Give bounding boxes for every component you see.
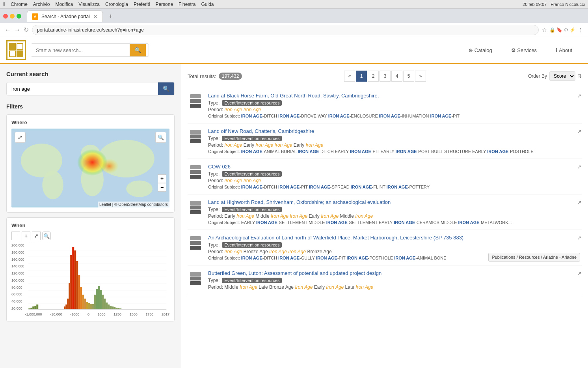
nav-catalog[interactable]: ⊕ Catalog [459,43,501,57]
result-ext-link-1[interactable]: ↗ [577,93,582,99]
menu-visualizza[interactable]: Visualizza [78,2,100,7]
result-title-3[interactable]: COW 026 [208,164,572,170]
svg-rect-47 [110,306,112,309]
nav-services[interactable]: ⚙ Services [502,43,546,57]
page-btn-5[interactable]: 5 [403,71,414,82]
page-btn-3[interactable]: 3 [380,71,391,82]
result-title-5[interactable]: An Archaeological Evaluation of Land nor… [208,235,572,241]
result-type-row-3: Type: Event/Intervention resources [208,171,572,177]
type-label-1: Type: [208,100,220,106]
forward-btn[interactable]: → [14,26,20,34]
svg-rect-20 [32,306,34,309]
tab-favicon: A [32,13,38,20]
order-by-select[interactable]: Score Date Title [549,71,575,81]
svg-rect-33 [82,295,84,309]
page-prev-btn[interactable]: « [344,71,355,82]
result-title-1[interactable]: Land at Black Horse Farm, Old Great Nort… [208,93,572,99]
menu-modifica[interactable]: Modifica [56,2,73,7]
reload-btn[interactable]: ↻ [24,26,29,34]
app-header: 🔍 ⊕ Catalog ⚙ Services ℹ About [0,37,588,64]
where-title: Where [11,120,169,125]
svg-rect-31 [78,275,80,309]
svg-rect-63 [190,136,201,138]
window-maximize-btn[interactable] [17,14,21,19]
page-next-btn[interactable]: » [415,71,426,82]
period-label-5: Period: [208,249,224,254]
header-search-btn[interactable]: 🔍 [130,44,146,56]
result-ext-link-3[interactable]: ↗ [577,164,582,170]
new-tab-btn[interactable]: + [105,11,116,22]
time-display: 20 feb 09:07 [523,2,547,7]
result-title-4[interactable]: Land at Highworth Road, Shrivenham, Oxfo… [208,199,572,205]
menu-persone[interactable]: Persone [155,2,173,7]
map-search-btn[interactable]: 🔍 [155,132,166,143]
tab-close-btn[interactable]: ✕ [93,13,98,20]
menu-guida[interactable]: Guida [201,2,214,7]
menu-cronologia[interactable]: Cronologia [105,2,128,7]
result-ext-link-5[interactable]: ↗ [577,235,582,241]
result-type-row-1: Type: Event/Intervention resources [208,100,572,106]
result-title-6[interactable]: Butterfied Green, Luton: Assessment of p… [208,270,572,276]
page-btn-1[interactable]: 1 [356,71,367,82]
window-close-btn[interactable] [3,14,8,19]
result-icon-4 [188,199,203,216]
svg-rect-75 [190,207,201,209]
histogram-svg [25,243,169,310]
svg-rect-79 [190,247,201,250]
result-ext-link-2[interactable]: ↗ [577,128,582,134]
page-btn-4[interactable]: 4 [391,71,402,82]
url-input[interactable] [32,25,539,35]
result-ext-link-4[interactable]: ↗ [577,199,582,205]
svg-rect-19 [30,308,32,309]
svg-rect-39 [94,295,96,309]
window-minimize-btn[interactable] [10,14,15,19]
svg-rect-65 [190,131,201,134]
chart-x-labels: -1,000,000 -10,000 -1000 0 1000 1250 150… [25,312,169,316]
x-label-1: -10,000 [50,312,62,316]
current-search-title: Current search [6,71,175,77]
x-label-4: 1000 [97,312,105,316]
menu-archivio[interactable]: Archivio [33,2,50,7]
svg-point-8 [100,159,119,174]
map-zoom-controls: + − [158,174,166,192]
db-icon-4 [188,199,203,216]
menu-finestra[interactable]: Finestra [179,2,195,7]
result-ext-link-6[interactable]: ↗ [577,270,582,276]
back-btn[interactable]: ← [5,26,11,34]
sort-icon[interactable]: ⇅ [578,73,582,79]
period-label-1: Period: [208,107,224,112]
when-search-btn[interactable]: 🔍 [42,232,51,240]
map-zoom-in[interactable]: + [158,174,166,183]
menu-chrome[interactable]: Chrome [11,2,28,7]
svg-rect-21 [34,306,36,309]
current-search-btn[interactable]: 🔍 [158,82,174,95]
apple-menu[interactable]:  [3,1,5,7]
app-nav: ⊕ Catalog ⚙ Services ℹ About [459,43,582,57]
result-item: Butterfied Green, Luton: Assessment of p… [188,265,582,296]
mac-menus[interactable]:  Chrome Archivio Modifica Visualizza Cr… [3,1,214,7]
menu-preferiti[interactable]: Preferiti [134,2,150,7]
page-btn-2[interactable]: 2 [368,71,379,82]
header-search-input[interactable] [31,44,130,56]
map-container[interactable]: ⤢ 🔍 + − Leaflet | © OpenStreetMap contri… [11,129,169,207]
y-label-6: 80,000 [11,286,24,290]
browser-tab[interactable]: A Search - Ariadne portal ✕ [27,10,103,22]
when-fullscreen-btn[interactable]: ⤢ [32,232,41,240]
result-title-2[interactable]: Land off New Road, Chatteris, Cambridges… [208,128,572,134]
svg-rect-77 [190,202,201,205]
when-zoom-in-btn[interactable]: + [22,232,30,240]
when-zoom-out-btn[interactable]: − [11,232,20,240]
svg-rect-73 [190,212,201,214]
svg-rect-81 [190,243,201,245]
current-search-input[interactable] [7,83,158,95]
mac-menubar:  Chrome Archivio Modifica Visualizza Cr… [0,0,588,9]
result-subject-2: Original Subject: IRON AGE-ANIMAL BURIAL… [208,149,572,154]
map-zoom-out[interactable]: − [158,183,166,192]
type-badge-3: Event/Intervention resources [222,171,282,177]
logo-cell-2 [17,43,23,50]
bookmark-icon[interactable]: ☆ [542,27,547,33]
chrome-menu-icon[interactable]: ⋮ [578,27,583,33]
header-search-bar: 🔍 [31,43,149,57]
map-fullscreen-btn[interactable]: ⤢ [15,132,26,143]
nav-about[interactable]: ℹ About [546,43,582,57]
